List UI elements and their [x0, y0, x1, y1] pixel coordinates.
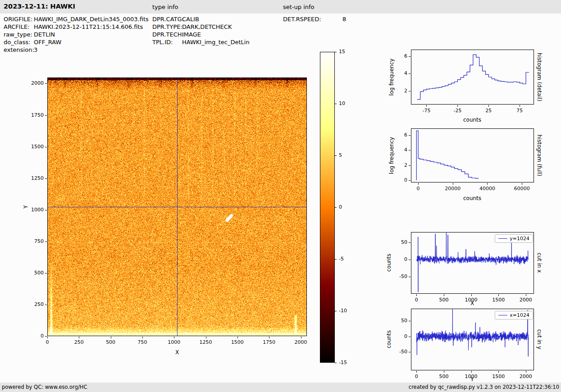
footer-bar: powered by QC: www.eso.org/HC created by… — [0, 383, 561, 392]
cut-y-side-label: cut in y — [536, 329, 543, 350]
tick-mark — [45, 273, 47, 273]
tick-label: 1750 — [25, 112, 44, 118]
hist-full-side-label: histogram (full) — [536, 135, 543, 177]
tick-label: 1250 — [190, 339, 222, 345]
tick-label: 50 — [388, 318, 407, 324]
tick-mark — [457, 105, 458, 107]
tick-mark — [45, 147, 47, 147]
tick-label: 750 — [25, 238, 44, 244]
tick-label: 2 — [388, 88, 407, 94]
tick-label: -5 — [339, 256, 357, 262]
tick-mark — [471, 371, 472, 373]
tick-label: 75 — [503, 108, 536, 114]
tick-mark — [335, 363, 337, 363]
tick-label: 1750 — [253, 339, 285, 345]
tick-label: -50 — [388, 273, 407, 279]
tick-mark — [174, 337, 174, 338]
tick-mark — [409, 180, 410, 181]
figure-area: X Y log frequency counts histogram (deta… — [0, 0, 561, 392]
cut-y-legend-label: x=1024 — [510, 312, 529, 318]
tick-label: 0 — [388, 256, 407, 262]
tick-label: 10 — [339, 100, 357, 106]
tick-mark — [237, 337, 238, 338]
cut-x-legend-label: y=1024 — [510, 236, 529, 242]
tick-label: 2000 — [285, 339, 317, 345]
tick-mark — [335, 207, 337, 208]
tick-label: 40000 — [471, 186, 503, 191]
tick-mark — [453, 183, 453, 185]
tick-label: 1000 — [158, 339, 190, 345]
image-x-axis-label: X — [175, 349, 179, 356]
tick-label: -10 — [339, 308, 357, 314]
tick-mark — [206, 337, 206, 338]
tick-label: 2000 — [510, 297, 542, 303]
tick-label: 500 — [25, 270, 44, 276]
footer-left-text: powered by QC: www.eso.org/HC — [2, 383, 87, 392]
tick-label: 0 — [388, 177, 407, 183]
tick-label: 750 — [126, 339, 159, 345]
tick-mark — [45, 178, 47, 179]
tick-label: 20000 — [437, 186, 469, 191]
tick-mark — [409, 321, 410, 321]
tick-mark — [335, 259, 337, 260]
tick-mark — [416, 294, 417, 296]
tick-mark — [111, 337, 111, 338]
tick-mark — [45, 336, 47, 337]
tick-mark — [522, 183, 522, 185]
cut-x-side-label: cut in x — [536, 253, 543, 273]
tick-mark — [409, 73, 410, 74]
colorbar — [320, 52, 335, 363]
tick-label: -75 — [410, 108, 442, 114]
tick-label: 5 — [339, 152, 357, 158]
tick-mark — [487, 183, 488, 185]
tick-label: 1000 — [25, 207, 44, 213]
tick-mark — [520, 105, 520, 107]
tick-mark — [335, 155, 337, 156]
tick-label: 1500 — [221, 339, 254, 345]
tick-label: 0 — [31, 339, 64, 345]
tick-label: 4 — [388, 147, 407, 153]
tick-label: 60000 — [506, 186, 538, 191]
tick-mark — [409, 135, 410, 136]
tick-label: 0 — [339, 204, 357, 210]
tick-label: 2000 — [25, 80, 44, 86]
tick-mark — [335, 104, 337, 104]
tick-mark — [409, 277, 410, 277]
tick-label: 25 — [472, 108, 505, 114]
tick-mark — [409, 165, 410, 166]
tick-mark — [426, 105, 427, 107]
tick-mark — [409, 56, 410, 57]
tick-label: 250 — [63, 339, 95, 345]
tick-mark — [444, 294, 444, 296]
tick-mark — [526, 371, 526, 373]
cut-y-legend: x=1024 — [495, 311, 533, 319]
tick-label: 1500 — [25, 144, 44, 150]
tick-mark — [409, 260, 410, 260]
tick-label: -50 — [388, 349, 407, 355]
tick-mark — [498, 371, 499, 373]
detector-image — [47, 77, 307, 336]
tick-label: 0 — [388, 333, 407, 339]
tick-mark — [526, 294, 526, 296]
tick-mark — [488, 105, 489, 107]
tick-mark — [409, 242, 410, 243]
tick-mark — [142, 337, 143, 338]
tick-mark — [47, 337, 48, 338]
tick-mark — [45, 242, 47, 242]
tick-mark — [45, 115, 47, 116]
tick-label: 6 — [388, 132, 407, 138]
tick-mark — [409, 150, 410, 150]
tick-mark — [444, 371, 444, 373]
tick-label: 15 — [339, 49, 357, 55]
tick-label: 0 — [402, 186, 434, 191]
hist-full-x-axis-label: counts — [463, 195, 481, 201]
tick-mark — [45, 83, 47, 84]
tick-mark — [498, 294, 499, 296]
tick-mark — [269, 337, 269, 338]
histogram-detail-plot — [411, 50, 534, 105]
hist-detail-side-label: histogram (detail) — [536, 53, 543, 101]
footer-right-text: created by qc_rawdisp.py v1.2.3 on 2023-… — [409, 383, 559, 392]
tick-label: 250 — [25, 301, 44, 307]
histogram-full-plot — [411, 128, 534, 182]
tick-label: 6 — [388, 53, 407, 59]
